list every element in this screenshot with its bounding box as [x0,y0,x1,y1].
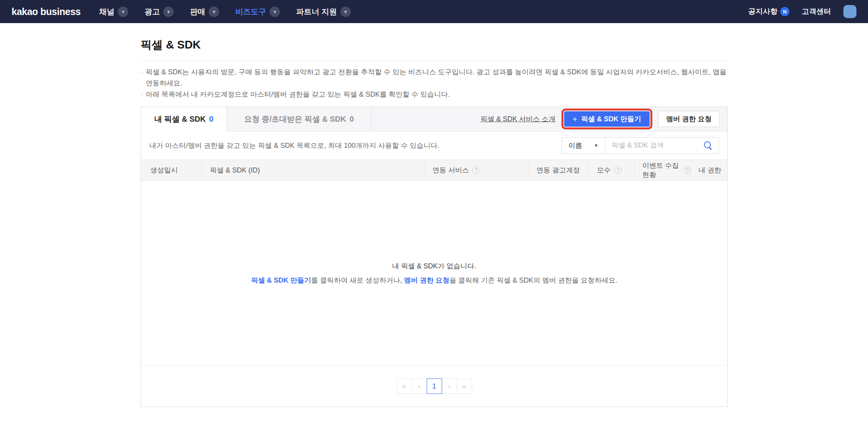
notice-label: 공지사항 [748,7,778,17]
nav-right: 공지사항 N 고객센터 [748,5,856,18]
nav-item-sales[interactable]: 판매 ▾ [190,7,219,17]
create-pixel-sdk-link[interactable]: 픽셀 & SDK 만들기 [251,276,311,284]
column-pixel-sdk-id: 픽셀 & SDK (ID) [202,160,424,180]
column-label: 모수 [597,166,611,175]
create-pixel-sdk-button[interactable]: + 픽셀 & SDK 만들기 [564,111,650,127]
column-label: 이벤트 수집현황 [642,161,681,179]
nav-item-ad[interactable]: 광고 ▾ [144,7,174,17]
column-label: 연동 광고계정 [536,166,580,175]
column-label: 내 권한 [699,166,721,175]
pagination: « ‹ 1 › » [141,366,727,407]
bullet-icon: · [141,89,142,100]
page-description: · 픽셀 & SDK는 사용자의 방문, 구매 등의 행동을 파악하고 광고 전… [141,67,728,100]
empty-state-text: 을 클릭해 기존 픽셀 & SDK의 멤버 권한을 요청하세요. [449,276,617,284]
chevron-down-icon: ▾ [270,7,280,17]
nav-item-biztool-active[interactable]: 비즈도구 ▾ [235,7,280,17]
column-label: 생성일시 [150,166,178,175]
page-number-current[interactable]: 1 [427,378,442,394]
caret-down-icon: ▼ [594,143,598,148]
empty-state-description: 픽셀 & SDK 만들기를 클릭하여 새로 생성하거나, 멤버 권한 요청을 클… [251,275,617,286]
page-first-button[interactable]: « [397,378,412,394]
create-button-label: 픽셀 & SDK 만들기 [581,114,641,124]
search-icon [704,141,712,150]
column-label: 연동 서비스 [432,166,469,175]
list-description: 내가 마스터/멤버 권한을 갖고 있는 픽셀 & SDK 목록으로, 최대 10… [149,141,439,150]
pixel-sdk-panel: 내 픽셀 & SDK 0 요청 중/초대받은 픽셀 & SDK 0 픽셀 & S… [141,107,728,407]
description-item: · 픽셀 & SDK는 사용자의 방문, 구매 등의 행동을 파악하고 광고 전… [141,67,728,89]
column-created-at: 생성일시 [141,160,202,180]
nav-item-label: 판매 [190,7,205,17]
description-text: 픽셀 & SDK는 사용자의 방문, 구매 등의 행동을 파악하고 광고 전환을… [146,67,728,89]
page-last-button[interactable]: » [457,378,472,394]
profile-avatar[interactable] [843,5,856,18]
nav-item-channel[interactable]: 채널 ▾ [99,7,128,17]
column-label: 픽셀 & SDK (ID) [210,166,260,175]
empty-state-text: 를 클릭하여 새로 생성하거나, [311,276,404,284]
tab-label: 내 픽셀 & SDK [154,114,206,124]
chevron-down-icon: ▾ [118,7,128,17]
plus-icon: + [573,115,577,123]
new-badge: N [780,7,789,16]
column-linked-service: 연동 서비스 ? [424,160,528,180]
search-field-value: 이름 [568,141,582,150]
help-icon[interactable]: ? [614,166,622,174]
table-body: 내 픽셀 & SDK가 없습니다. 픽셀 & SDK 만들기를 클릭하여 새로 … [141,181,727,366]
tab-count: 0 [209,115,213,124]
click-highlight-annotation: + 픽셀 & SDK 만들기 [561,109,652,129]
tab-label: 요청 중/초대받은 픽셀 & SDK [244,114,346,124]
help-icon[interactable]: ? [473,166,480,174]
empty-state-title: 내 픽셀 & SDK가 없습니다. [251,260,617,272]
chevron-down-icon: ▾ [340,7,351,17]
search-button[interactable] [702,141,719,150]
notice-link[interactable]: 공지사항 N [748,7,789,17]
nav-item-partner-support[interactable]: 파트너 지원 ▾ [296,7,351,17]
search-box: 이름 ▼ [561,137,719,154]
column-event-status: 이벤트 수집현황 ? [634,160,690,180]
help-center-link[interactable]: 고객센터 [802,7,831,17]
help-center-label: 고객센터 [802,7,831,17]
tab-strip-actions: 픽셀 & SDK 서비스 소개 + 픽셀 & SDK 만들기 멤버 권한 요청 [481,107,727,131]
member-permission-request-button[interactable]: 멤버 권한 요청 [658,111,720,127]
nav-item-label: 파트너 지원 [296,7,337,17]
member-permission-request-link[interactable]: 멤버 권한 요청 [404,276,449,284]
chevron-down-icon: ▾ [209,7,219,17]
column-linked-ad-account: 연동 광고계정 [528,160,589,180]
search-input[interactable] [605,141,702,149]
bullet-icon: · [141,67,142,89]
search-field-select[interactable]: 이름 ▼ [562,137,605,154]
table-header: 생성일시 픽셀 & SDK (ID) 연동 서비스 ? 연동 광고계정 모수 ?… [141,159,727,181]
kakao-business-logo[interactable]: kakao business [12,6,80,17]
tab-requested-pixel-sdk[interactable]: 요청 중/초대받은 픽셀 & SDK 0 [227,107,371,131]
tab-strip: 내 픽셀 & SDK 0 요청 중/초대받은 픽셀 & SDK 0 픽셀 & S… [141,107,727,131]
column-population: 모수 ? [589,160,634,180]
page-prev-button[interactable]: ‹ [412,378,427,394]
top-nav-bar: kakao business 채널 ▾ 광고 ▾ 판매 ▾ 비즈도구 ▾ 파트너… [0,0,868,23]
tab-count: 0 [350,115,354,124]
empty-state: 내 픽셀 & SDK가 없습니다. 픽셀 & SDK 만들기를 클릭하여 새로 … [251,260,617,286]
service-intro-link[interactable]: 픽셀 & SDK 서비스 소개 [481,114,556,124]
nav-item-label: 비즈도구 [235,7,266,17]
main-content: 픽셀 & SDK · 픽셀 & SDK는 사용자의 방문, 구매 등의 행동을 … [141,23,728,407]
nav-item-label: 광고 [144,7,160,17]
chevron-down-icon: ▾ [163,7,174,17]
page-title: 픽셀 & SDK [141,23,728,61]
nav-item-label: 채널 [99,7,114,17]
nav-menu: 채널 ▾ 광고 ▾ 판매 ▾ 비즈도구 ▾ 파트너 지원 ▾ [99,7,351,17]
tab-my-pixel-sdk[interactable]: 내 픽셀 & SDK 0 [141,107,227,131]
description-item: · 아래 목록에서 내 카카오계정으로 마스터/멤버 권한을 갖고 있는 픽셀 … [141,89,728,100]
description-text: 아래 목록에서 내 카카오계정으로 마스터/멤버 권한을 갖고 있는 픽셀 & … [146,89,450,100]
column-my-permission: 내 권한 [690,160,727,180]
page-next-button[interactable]: › [442,378,457,394]
filter-row: 내가 마스터/멤버 권한을 갖고 있는 픽셀 & SDK 목록으로, 최대 10… [141,131,727,159]
help-icon[interactable]: ? [684,166,690,174]
